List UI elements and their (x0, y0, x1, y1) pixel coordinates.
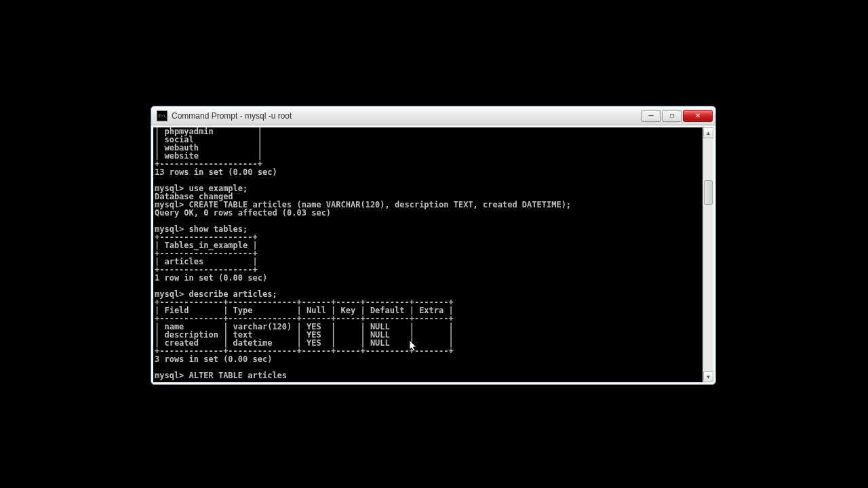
maximize-button[interactable]: □ (662, 110, 682, 122)
vertical-scrollbar[interactable]: ▲ ▼ (703, 127, 713, 382)
window-title: Command Prompt - mysql -u root (172, 111, 640, 121)
scroll-up-button[interactable]: ▲ (703, 127, 713, 138)
command-prompt-window: Command Prompt - mysql -u root ─ □ ✕ | p… (151, 106, 716, 385)
close-button[interactable]: ✕ (683, 110, 713, 122)
scroll-down-button[interactable]: ▼ (703, 371, 713, 382)
scroll-track[interactable] (703, 138, 713, 371)
minimize-button[interactable]: ─ (641, 110, 661, 122)
terminal-output[interactable]: | phpmyadmin | | social | | webauth | | … (153, 127, 703, 382)
titlebar[interactable]: Command Prompt - mysql -u root ─ □ ✕ (151, 106, 715, 125)
scroll-thumb[interactable] (704, 180, 713, 205)
cmd-icon (157, 110, 167, 121)
terminal-client-area: | phpmyadmin | | social | | webauth | | … (153, 127, 713, 382)
window-controls: ─ □ ✕ (640, 110, 713, 122)
